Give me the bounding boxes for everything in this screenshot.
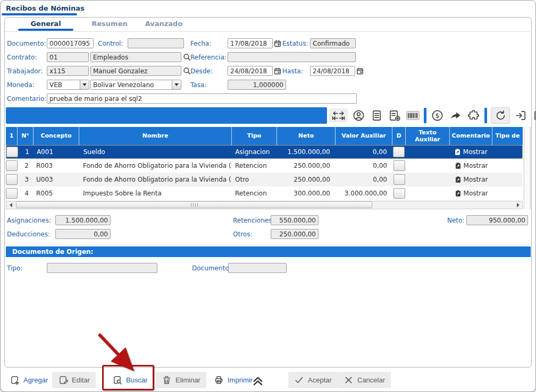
hasta-calendar-icon[interactable] (356, 67, 364, 75)
horizontal-scrollbar[interactable] (6, 201, 523, 209)
column-header-valor-auxiliar[interactable]: Valor Auxiliar (336, 127, 392, 145)
add-document-icon[interactable] (388, 108, 402, 123)
barcode-icon[interactable] (406, 108, 420, 123)
document-icon[interactable] (370, 108, 384, 123)
clipboard-show-icon (455, 176, 462, 183)
row-select-button[interactable] (6, 160, 18, 171)
contrato-search-icon[interactable] (183, 53, 191, 61)
scrollbar-track[interactable] (15, 201, 514, 209)
row-select-button[interactable] (6, 188, 18, 199)
hasta-label: Hasta: (282, 67, 303, 75)
cell-comentario[interactable]: Mostrar (449, 148, 492, 156)
mostrar-link[interactable]: Mostrar (464, 162, 488, 169)
referencia-label: Referencia: (190, 54, 227, 61)
tab-avanzado[interactable]: Avanzado (140, 20, 188, 28)
user-icon[interactable] (351, 108, 366, 123)
moneda-label: Moneda: (7, 81, 35, 89)
resize-columns-icon[interactable] (329, 108, 348, 123)
column-header-nombre[interactable]: Nombre (79, 127, 232, 145)
d-checkbox[interactable] (393, 188, 405, 199)
export-icon[interactable] (532, 108, 536, 123)
comentario-field[interactable] (47, 93, 357, 104)
fecha-field[interactable] (228, 38, 273, 48)
column-header-tipo-de[interactable]: Tipo de (492, 127, 523, 145)
collapse-double-chevron-icon[interactable] (252, 374, 264, 387)
column-header-numero[interactable]: N° (18, 127, 34, 145)
scroll-right-button[interactable] (514, 201, 522, 209)
triangle-right-icon (517, 203, 520, 207)
d-checkbox[interactable] (393, 147, 405, 157)
vertical-scrollbar[interactable] (524, 127, 531, 209)
editar-button[interactable]: Editar (52, 372, 96, 388)
printer-icon (214, 375, 224, 385)
contrato-code-field[interactable] (47, 52, 89, 62)
scrollbar-thumb[interactable] (16, 201, 372, 208)
control-field[interactable] (128, 38, 184, 48)
buscar-button[interactable]: Buscar (106, 372, 153, 388)
aceptar-button[interactable]: Aceptar (288, 372, 338, 388)
cell-comentario[interactable]: Mostrar (450, 186, 492, 200)
cancelar-button[interactable]: Cancelar (338, 372, 391, 388)
eliminar-button[interactable]: Eliminar (156, 372, 206, 388)
moneda-code-select[interactable]: VEB (47, 80, 89, 90)
currency-icon[interactable]: $ (430, 108, 445, 123)
forward-icon[interactable] (448, 108, 463, 123)
table-row[interactable]: 1 A001 Sueldo Asignacion 1.500.000,00 0,… (6, 145, 523, 159)
d-checkbox[interactable] (393, 160, 405, 171)
trabajador-code-field[interactable] (47, 66, 89, 76)
import-icon[interactable] (514, 108, 528, 123)
grid-header: 1 N° Concepto Nombre Tipo Neto Valor Aux… (6, 127, 523, 145)
fecha-calendar-icon[interactable] (274, 39, 281, 47)
column-header-concepto[interactable]: Concepto (34, 127, 79, 145)
table-row[interactable]: 4 R005 Impuesto Sobre la Renta Retencion… (6, 186, 523, 200)
column-header-texto-auxiliar[interactable]: Texto Auxiliar (406, 127, 450, 145)
column-header-neto[interactable]: Neto (277, 127, 336, 145)
title-underline (2, 13, 77, 15)
imprimir-button[interactable]: Imprimir (208, 372, 258, 388)
tab-resumen[interactable]: Resumen (86, 20, 133, 28)
otros-label: Otros: (233, 231, 252, 238)
moneda-code-dropdown-button[interactable] (80, 80, 89, 89)
column-header-select[interactable]: 1 (6, 127, 18, 145)
referencia-field[interactable] (228, 52, 356, 62)
estatus-label: Estatus: (282, 40, 308, 47)
aceptar-label: Aceptar (308, 376, 332, 384)
cell-neto: 250.000,00 (277, 159, 336, 173)
cell-numero: 4 (18, 186, 34, 200)
moneda-name-select[interactable]: Bolivar Venezolano (90, 80, 181, 90)
trabajador-search-icon[interactable] (183, 67, 191, 75)
cell-comentario[interactable]: Mostrar (450, 173, 492, 186)
column-header-comentario[interactable]: Comentario (450, 127, 492, 145)
triangle-left-icon (10, 203, 12, 207)
neto-field (466, 215, 528, 225)
table-row[interactable]: 3 U003 Fondo de Ahorro Obligatorio para … (6, 173, 523, 186)
tab-general[interactable]: General (18, 20, 73, 28)
table-row[interactable]: 2 R003 Fondo de Ahorro Obligatorio para … (6, 159, 523, 173)
hasta-field[interactable] (310, 66, 355, 76)
moneda-name-dropdown-button[interactable] (172, 80, 181, 89)
desde-field[interactable] (228, 66, 273, 76)
refresh-icon[interactable] (491, 107, 510, 124)
toolbar-separator (424, 108, 426, 123)
trabajador-name-field[interactable] (90, 66, 181, 76)
column-header-d[interactable]: D (392, 127, 406, 145)
cell-concepto: A001 (34, 148, 80, 156)
mostrar-link[interactable]: Mostrar (464, 190, 488, 197)
agregar-button[interactable]: Agregar (4, 372, 54, 388)
contrato-name-field[interactable] (90, 52, 181, 62)
mostrar-link[interactable]: Mostrar (463, 148, 488, 156)
column-header-tipo[interactable]: Tipo (232, 127, 277, 145)
asignaciones-label: Asignaciones: (7, 217, 51, 224)
plugin-icon[interactable] (466, 108, 481, 123)
row-select-button[interactable] (6, 147, 18, 157)
cell-comentario[interactable]: Mostrar (450, 159, 492, 173)
mostrar-link[interactable]: Mostrar (464, 176, 488, 183)
retenciones-field (271, 215, 319, 225)
tab-general-underline (18, 29, 73, 31)
row-select-button[interactable] (6, 174, 18, 185)
documento-field[interactable] (47, 38, 94, 48)
desde-calendar-icon[interactable] (274, 67, 281, 75)
scroll-left-button[interactable] (6, 201, 15, 209)
d-checkbox[interactable] (393, 174, 405, 185)
tasa-field[interactable] (228, 80, 286, 90)
